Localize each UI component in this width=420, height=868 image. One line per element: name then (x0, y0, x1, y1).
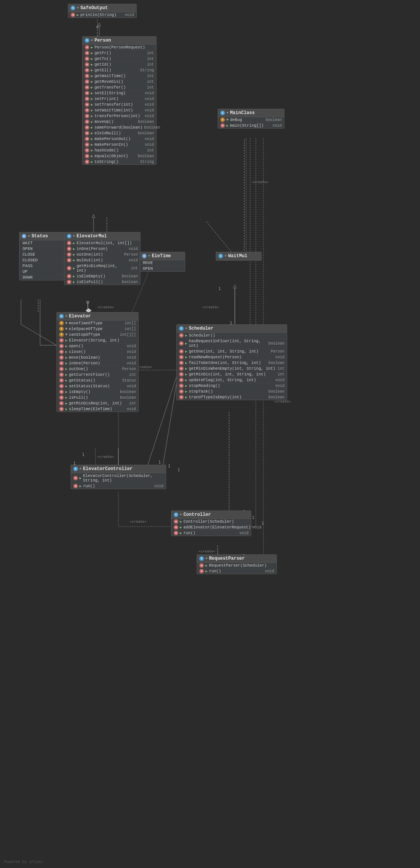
svg-marker-12 (86, 301, 89, 304)
class-icon: C (67, 234, 71, 238)
controller-constructor: m ▶ Controller(Scheduler) (171, 519, 251, 525)
scheduler-method-10: m ▶ tranOfTypeIsEmpty(int) boolean (177, 395, 287, 400)
person-method-14: m ▶ sameForward(boolean) boolean (82, 125, 156, 130)
svg-text:1: 1 (262, 521, 264, 525)
method-icon: m (59, 355, 64, 360)
person-method-10: m ▶ setTransfer(int) void (82, 102, 156, 108)
status-down: DOWN (19, 275, 65, 280)
requestparser-header: C ● RequestParser (197, 555, 276, 563)
enum-icon: E (142, 254, 147, 258)
method-icon: m (174, 525, 178, 530)
elevator-method-7: m ▶ getStatus() Status (57, 378, 138, 383)
scheduler-constructor: m ▶ Scheduler() (177, 333, 287, 338)
method-icon: m (85, 142, 89, 147)
scheduler-box: C ● Scheduler m ▶ Scheduler() m ▶ hasReq… (176, 324, 287, 400)
method-icon: m (67, 252, 71, 257)
field-icon: f (59, 327, 64, 331)
elevatormul-method-2: m ▶ outOne(int) Person (65, 252, 140, 258)
method-icon: m (85, 97, 89, 101)
requestparser-constructor: m ▶ RequestParser(Scheduler) (197, 563, 276, 568)
powered-by-label: Powered by yFiles (4, 860, 43, 864)
arrows-svg: «create» «create» «create» «create» «cre… (0, 0, 420, 868)
method-icon: m (67, 241, 71, 245)
elevator-method-8: m ▶ setStatus(Status) void (57, 383, 138, 389)
person-method-7: m ▶ getTransfer() int (82, 85, 156, 90)
svg-text:«create»: «create» (130, 520, 146, 523)
mainclass-title: MainClass (230, 110, 255, 116)
status-title: Status (31, 234, 48, 239)
method-icon: m (199, 563, 204, 568)
method-icon: m (59, 401, 64, 406)
svg-text:«create»: «create» (199, 549, 215, 553)
class-icon: C (179, 326, 184, 331)
method-icon: m (85, 137, 89, 141)
method-icon: m (220, 123, 225, 128)
class-icon: C (174, 512, 178, 517)
elevator-method-2: m ▶ close() void (57, 349, 138, 355)
eletime-title: EleTime (152, 253, 171, 259)
method-icon: m (179, 395, 184, 399)
class-icon: C (218, 254, 223, 258)
elevator-method-4: m ▶ inOne(Person) void (57, 361, 138, 366)
person-method-3: m ▶ getId() int (82, 62, 156, 68)
method-icon: m (59, 407, 64, 411)
method-icon: m (179, 355, 184, 359)
method-icon: m (85, 125, 89, 130)
method-icon: m (59, 338, 64, 343)
method-icon: m (179, 378, 184, 382)
person-method-19: m ▶ equals(Object) boolean (82, 153, 156, 159)
person-header: C ● Person (82, 37, 156, 45)
waitmul-header: C ● WaitMul (216, 252, 261, 260)
class-icon: C (73, 467, 78, 471)
svg-marker-35 (86, 301, 89, 304)
elevator-method-9: m ▶ isEmpty() boolean (57, 389, 138, 395)
class-icon: C (199, 556, 204, 561)
svg-text:1: 1 (82, 453, 84, 457)
method-icon: m (174, 519, 178, 524)
method-icon: m (85, 68, 89, 72)
method-icon: m (67, 266, 71, 271)
elevatormul-method-5: m ▶ isEleEmpty() boolean (65, 274, 140, 279)
method-icon: m (85, 114, 89, 118)
method-icon: m (59, 349, 64, 354)
method-icon: m (179, 389, 184, 394)
controller-box: C ● Controller m ▶ Controller(Scheduler)… (171, 510, 251, 536)
person-method-17: m ▶ makePersonIn() void (82, 142, 156, 148)
person-method-18: m ▶ hashCode() int (82, 148, 156, 153)
scheduler-method-5: m ▶ getMinDisWhenEmpty(int, String, int)… (177, 366, 287, 372)
person-method-15: m ▶ eleIdNull() boolean (82, 130, 156, 136)
status-closed: CLOSED (19, 258, 65, 263)
elevatorcontroller-box: C ● ElevatorController m ▶ ElevatorContr… (71, 465, 166, 489)
person-method-13: m ▶ moveUp() boolean (82, 119, 156, 125)
elevator-box: C ● Elevator f ■ moveTimeOfType int[] f … (57, 312, 139, 412)
method-icon: m (85, 56, 89, 61)
svg-text:«create»: «create» (252, 180, 268, 184)
method-icon: m (67, 280, 71, 284)
elevatorcontroller-method-1: m ▶ run() void (71, 483, 166, 489)
status-header: E ● Status (19, 232, 65, 240)
method-icon: m (67, 274, 71, 279)
elevator-method-10: m ▶ isFull() boolean (57, 395, 138, 401)
person-method-11: m ▶ setWaitTime(int) void (82, 108, 156, 113)
elevator-header: C ● Elevator (57, 312, 138, 320)
eletime-move: MOVE (140, 260, 185, 266)
elevator-field-3: f ■ canStopOfType int[][] (57, 332, 138, 338)
scheduler-title: Scheduler (189, 326, 213, 331)
status-wait: WAIT (19, 240, 65, 246)
scheduler-method-9: m ▶ stopTask() boolean (177, 389, 287, 395)
scheduler-header: C ● Scheduler (177, 325, 287, 333)
elevatormul-constructor: m ▶ ElevatorMul(int, int[]) (65, 240, 140, 246)
person-method-1: m ▶ getFr() int (82, 50, 156, 56)
method-icon: m (85, 148, 89, 153)
method-icon: m (73, 484, 78, 488)
method-icon: m (59, 367, 64, 371)
class-icon: C (71, 6, 75, 10)
waitmul-title: WaitMul (228, 253, 247, 259)
person-method-16: m ▶ makePersonOut() void (82, 136, 156, 142)
svg-text:«create»: «create» (97, 455, 114, 459)
method-icon: m (59, 361, 64, 366)
method-icon: m (179, 341, 184, 346)
method-icon: m (179, 383, 184, 388)
method-icon: m (73, 476, 78, 480)
method-icon: m (85, 62, 89, 67)
